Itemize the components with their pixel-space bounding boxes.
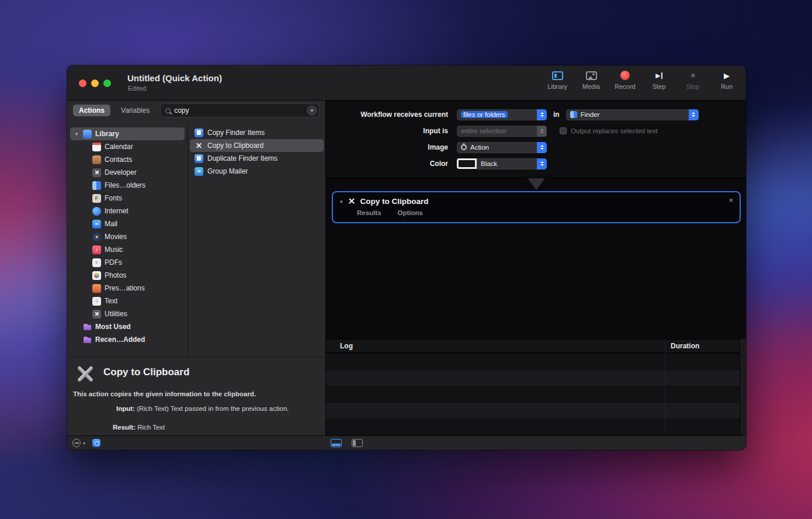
- search-scope-button[interactable]: ▾: [307, 105, 317, 116]
- action-item-group-mailer[interactable]: ✉ Group Mailer: [190, 165, 324, 178]
- sidebar-item-text[interactable]: ≡ Text: [70, 295, 185, 307]
- left-panel: Actions Variables ▾ ▾ Library Calendar C…: [67, 101, 325, 435]
- sidebar-item-label: Music: [105, 245, 123, 254]
- sidebar-item-label: Contacts: [105, 155, 132, 164]
- toggle-log-panel-button[interactable]: [331, 439, 342, 447]
- action-item-copy-finder-items[interactable]: Copy Finder Items: [190, 126, 324, 139]
- tab-actions[interactable]: Actions: [73, 105, 110, 116]
- image-label: Image: [326, 143, 457, 151]
- duplicate-finder-items-icon: [195, 154, 203, 163]
- description-title: Copy to Clipboard: [103, 366, 189, 378]
- color-dropdown[interactable]: Black: [477, 158, 547, 169]
- sidebar-item-movies[interactable]: ★ Movies: [70, 230, 185, 243]
- developer-icon: [92, 168, 101, 177]
- action-item-copy-to-clipboard[interactable]: Copy to Clipboard: [190, 139, 324, 152]
- sidebar-item-photos[interactable]: Photos: [70, 269, 185, 282]
- color-well[interactable]: [457, 158, 477, 169]
- action-item-duplicate-finder-items[interactable]: Duplicate Finder Items: [190, 152, 324, 165]
- utilities-icon: [92, 310, 101, 319]
- remove-item-button[interactable]: [72, 439, 81, 447]
- crossed-batons-icon: [196, 143, 202, 149]
- step-icon: ▶: [655, 72, 662, 79]
- close-window-button[interactable]: [79, 79, 86, 87]
- sidebar-item-music[interactable]: ♪ Music: [70, 243, 185, 256]
- search-field[interactable]: ▾: [160, 103, 320, 117]
- group-mailer-icon: ✉: [195, 167, 203, 176]
- sidebar-item-recently-added[interactable]: Recen…Added: [70, 333, 185, 346]
- quick-action-config: Workflow receives current files or folde…: [326, 101, 746, 178]
- sidebar-item-utilities[interactable]: Utilities: [70, 307, 185, 320]
- copy-to-clipboard-icon: [348, 198, 355, 205]
- sidebar-item-pdfs[interactable]: ≡ PDFs: [70, 256, 185, 269]
- receives-dropdown[interactable]: files or folders: [457, 109, 547, 120]
- copy-finder-items-icon: [195, 129, 203, 137]
- remove-action-button[interactable]: ×: [728, 196, 733, 204]
- image-dropdown[interactable]: Action: [457, 142, 547, 153]
- action-item-label: Copy to Clipboard: [207, 141, 263, 150]
- toolbar-record-label: Record: [615, 83, 635, 90]
- sidebar-item-label: Utilities: [105, 310, 127, 318]
- window-state-edited: Edited: [128, 85, 146, 92]
- sidebar-item-internet[interactable]: Internet: [70, 205, 185, 217]
- toggle-layout-panel-button[interactable]: [352, 439, 363, 447]
- copy-to-clipboard-large-icon: [75, 365, 95, 383]
- media-icon: [586, 71, 597, 80]
- workflow-connector-icon: [526, 178, 546, 190]
- toolbar-record-button[interactable]: Record: [614, 70, 636, 90]
- collapse-chevron-icon[interactable]: ▾: [340, 199, 343, 205]
- toolbar-step-button[interactable]: ▶ Step: [648, 70, 670, 90]
- result-text: Rich Text: [137, 424, 165, 431]
- music-icon: ♪: [92, 245, 101, 254]
- crossed-tools-icon: [95, 170, 99, 175]
- popup-stepper-icon: [537, 142, 547, 153]
- chevron-down-icon[interactable]: ▾: [83, 441, 85, 446]
- action-block-copy-to-clipboard[interactable]: ▾ Copy to Clipboard × Results Options: [332, 191, 741, 223]
- checkbox-icon: [560, 127, 567, 134]
- toolbar-media-button[interactable]: Media: [580, 70, 602, 90]
- log-row: [326, 354, 740, 370]
- fonts-icon: F: [92, 194, 101, 203]
- toolbar-library-button[interactable]: Library: [546, 70, 568, 90]
- zoom-window-button[interactable]: [103, 79, 111, 87]
- color-value: Black: [481, 160, 497, 167]
- config-row-image: Image Action: [326, 141, 746, 153]
- search-input[interactable]: [174, 106, 303, 115]
- sidebar-item-calendar[interactable]: Calendar: [70, 140, 185, 153]
- application-dropdown[interactable]: Finder: [566, 109, 699, 120]
- log-scrollbar[interactable]: [740, 339, 746, 435]
- media-shortcut-icon[interactable]: [92, 439, 100, 447]
- copy-to-clipboard-icon: [195, 141, 203, 150]
- sidebar-item-mail[interactable]: ✉ Mail: [70, 217, 185, 230]
- log-row: [326, 419, 740, 435]
- text-document-icon: ≡: [92, 297, 101, 306]
- sidebar-item-label: Internet: [105, 207, 129, 215]
- config-row-receives: Workflow receives current files or folde…: [326, 109, 746, 120]
- toolbar-library-label: Library: [547, 83, 567, 90]
- tab-variables[interactable]: Variables: [115, 105, 155, 116]
- results-tab[interactable]: Results: [357, 209, 381, 216]
- minimize-window-button[interactable]: [91, 79, 99, 87]
- stop-icon: ■: [690, 71, 695, 79]
- output-replaces-label: Output replaces selected text: [571, 127, 658, 134]
- duration-column-header: Duration: [671, 342, 699, 350]
- sidebar-item-contacts[interactable]: Contacts: [70, 153, 185, 166]
- sidebar-item-label: Library: [95, 130, 119, 138]
- sidebar-item-developer[interactable]: Developer: [70, 166, 185, 179]
- toolbar-media-label: Media: [582, 83, 600, 90]
- action-block-title: Copy to Clipboard: [360, 197, 429, 206]
- log-column-divider: [665, 339, 665, 435]
- sidebar-item-files-folders[interactable]: Files…olders: [70, 179, 185, 192]
- sidebar-item-fonts[interactable]: F Fonts: [70, 192, 185, 205]
- sidebar-item-most-used[interactable]: Most Used: [70, 320, 185, 333]
- disclosure-chevron-icon[interactable]: ▾: [74, 131, 79, 137]
- toolbar-run-button[interactable]: ▶ Run: [716, 70, 738, 90]
- library-icon: [552, 71, 563, 80]
- action-item-label: Group Mailer: [207, 167, 248, 175]
- input-is-value: entire selection: [461, 127, 506, 134]
- options-tab[interactable]: Options: [398, 209, 423, 216]
- sidebar-item-presentations[interactable]: Pres…ations: [70, 282, 185, 295]
- sidebar-item-library[interactable]: ▾ Library: [70, 127, 185, 140]
- application-value: Finder: [581, 111, 600, 118]
- config-row-color: Color Black: [326, 158, 746, 169]
- action-block-tabs: Results Options: [333, 206, 740, 216]
